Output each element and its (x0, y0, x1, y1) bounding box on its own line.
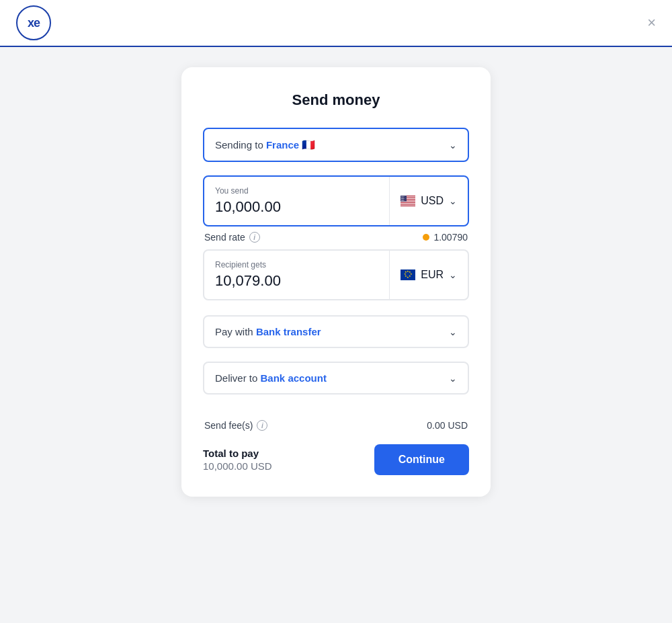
fee-info-icon[interactable]: i (257, 420, 267, 431)
you-send-box: You send 10,000.00 ★★★ ★★ (203, 175, 469, 226)
you-send-value[interactable]: 10,000.00 (215, 198, 378, 216)
pay-with-chevron-icon: ⌄ (449, 327, 457, 337)
total-label: Total to pay (203, 448, 272, 459)
deliver-to-chevron-icon: ⌄ (449, 373, 457, 384)
fee-row: Send fee(s) i 0.00 USD (203, 408, 469, 431)
deliver-method: Bank account (261, 372, 327, 384)
recipient-currency-selector[interactable]: ★ ★ ★ ★ ★ ★ ★ ★ EUR ⌄ (389, 251, 468, 299)
rate-dot-icon (423, 234, 429, 241)
rate-info-icon[interactable]: i (249, 232, 260, 243)
fee-value: 0.00 USD (427, 420, 468, 431)
svg-rect-5 (401, 203, 415, 204)
bottom-row: Total to pay 10,000.00 USD Continue (203, 444, 469, 475)
svg-text:★: ★ (405, 270, 407, 274)
usd-currency-code: USD (421, 195, 444, 207)
close-button[interactable]: × (647, 15, 656, 30)
you-send-currency-selector[interactable]: ★★★ ★★ ★★★ ★★ ★★★ USD ⌄ (389, 177, 468, 225)
main-content: Send money Sending to France 🇫🇷 ⌄ You se… (0, 47, 672, 623)
svg-rect-6 (401, 205, 415, 206)
country-selector[interactable]: Sending to France 🇫🇷 ⌄ (203, 128, 469, 162)
svg-rect-4 (401, 202, 415, 202)
eur-chevron-icon: ⌄ (449, 269, 457, 280)
app-header: xe × (0, 0, 672, 47)
logo-text: xe (28, 16, 40, 30)
recipient-gets-value: 10,079.00 (215, 272, 378, 290)
pay-method: Bank transfer (256, 326, 321, 337)
recipient-gets-left: Recipient gets 10,079.00 (204, 251, 389, 299)
pay-with-selector[interactable]: Pay with Bank transfer ⌄ (203, 315, 469, 348)
country-selector-label: Sending to France 🇫🇷 (215, 138, 315, 151)
recipient-gets-box: Recipient gets 10,079.00 ★ ★ ★ ★ ★ ★ ★ ★ (203, 249, 469, 300)
send-money-card: Send money Sending to France 🇫🇷 ⌄ You se… (181, 67, 491, 497)
rate-label: Send rate i (204, 232, 260, 243)
deliver-to-label: Deliver to Bank account (215, 372, 327, 384)
country-chevron-icon: ⌄ (449, 140, 457, 151)
pay-with-label: Pay with Bank transfer (215, 326, 321, 337)
logo: xe (16, 5, 51, 40)
eur-flag-icon: ★ ★ ★ ★ ★ ★ ★ ★ (401, 269, 415, 280)
you-send-label: You send (215, 186, 378, 196)
continue-button[interactable]: Continue (374, 444, 469, 475)
usd-chevron-icon: ⌄ (449, 196, 457, 206)
total-amount: 10,000.00 USD (203, 460, 272, 472)
france-flag: 🇫🇷 (302, 139, 315, 151)
send-rate-row: Send rate i 1.00790 (203, 232, 469, 243)
usd-flag-icon: ★★★ ★★ ★★★ ★★ ★★★ (401, 196, 415, 206)
rate-value: 1.00790 (423, 232, 468, 243)
fee-label: Send fee(s) i (204, 420, 267, 431)
you-send-left: You send 10,000.00 (204, 177, 389, 225)
total-section: Total to pay 10,000.00 USD (203, 448, 272, 472)
country-name: France (266, 139, 299, 151)
deliver-to-selector[interactable]: Deliver to Bank account ⌄ (203, 362, 469, 394)
card-title: Send money (203, 91, 469, 109)
recipient-gets-label: Recipient gets (215, 260, 378, 269)
eur-currency-code: EUR (421, 269, 444, 281)
